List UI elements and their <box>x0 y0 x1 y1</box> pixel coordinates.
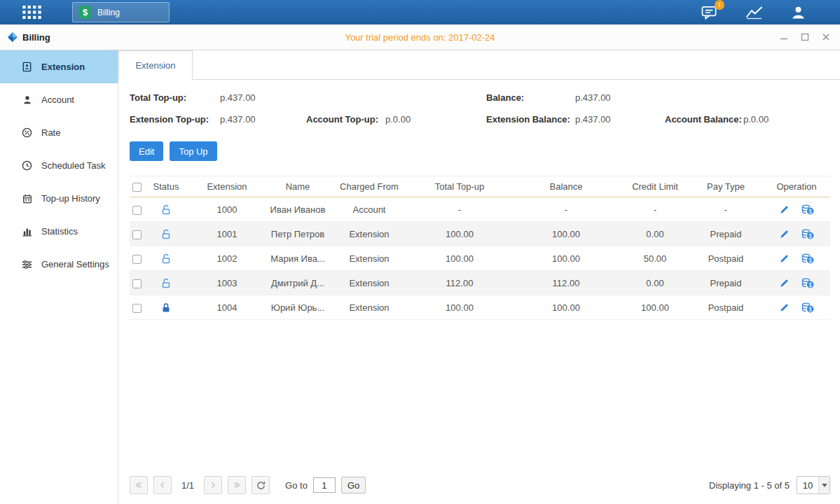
top-up-icon[interactable]: $ <box>801 302 814 313</box>
col-header-balance[interactable]: Balance <box>511 181 621 192</box>
sidebar-item-topup-history[interactable]: Top-up History <box>0 182 118 215</box>
status-locked-icon <box>144 302 188 313</box>
apps-grid-button[interactable] <box>22 6 41 19</box>
first-page-button[interactable] <box>130 476 148 494</box>
cell-total-topup: 100.00 <box>408 302 511 313</box>
top-up-icon[interactable]: $ <box>801 204 814 215</box>
cell-extension: 1003 <box>188 278 266 288</box>
prev-page-button[interactable] <box>153 476 172 494</box>
col-header-total-topup[interactable]: Total Top-up <box>408 181 511 192</box>
status-unlocked-icon <box>144 278 188 288</box>
double-chevron-right-icon <box>233 481 241 489</box>
goto-page-input[interactable] <box>313 477 336 493</box>
page-size-value: 10 <box>797 477 818 493</box>
row-checkbox[interactable] <box>132 255 142 264</box>
sidebar-item-general-settings[interactable]: General Settings <box>0 248 118 281</box>
col-header-credit-limit[interactable]: Credit Limit <box>621 181 689 192</box>
summary-value-extension-topup: p.437.00 <box>220 108 306 130</box>
close-button[interactable] <box>822 33 830 41</box>
next-page-button[interactable] <box>204 476 222 494</box>
last-page-button[interactable] <box>228 476 246 494</box>
go-button[interactable]: Go <box>341 477 366 493</box>
sidebar-item-extension[interactable]: Extension <box>0 50 118 83</box>
summary-label-account-topup: Account Top-up: <box>306 108 385 130</box>
edit-icon[interactable] <box>779 253 790 264</box>
sidebar-item-statistics[interactable]: Statistics <box>0 215 118 248</box>
top-up-icon[interactable]: $ <box>801 278 814 288</box>
summary-label-total-topup: Total Top-up: <box>130 87 220 108</box>
page-indicator: 1/1 <box>181 480 194 491</box>
col-header-charged-from[interactable]: Charged From <box>330 181 408 192</box>
dollar-badge-icon: $ <box>78 6 92 19</box>
refresh-icon <box>256 481 266 490</box>
sidebar-item-account[interactable]: Account <box>0 83 118 116</box>
cell-total-topup: 112.00 <box>408 278 511 288</box>
select-all-checkbox[interactable] <box>132 183 142 192</box>
topbar-tab-billing[interactable]: $ Billing <box>72 2 170 22</box>
minimize-button[interactable] <box>780 33 788 41</box>
cell-pay-type: Prepaid <box>689 278 763 288</box>
sidebar-item-scheduled-task[interactable]: Scheduled Task <box>0 149 118 182</box>
col-header-status[interactable]: Status <box>144 181 188 192</box>
reports-button[interactable] <box>745 6 764 20</box>
window-title: Billing <box>22 32 50 43</box>
app-shell: Extension Account Rate Scheduled Task To… <box>0 50 840 504</box>
summary-panel: Total Top-up: p.437.00 Balance: p.437.00… <box>130 87 830 130</box>
titlebar: Billing Your trial period ends on: 2017-… <box>0 24 840 50</box>
row-checkbox[interactable] <box>132 206 142 215</box>
top-up-button[interactable]: Top Up <box>170 141 216 161</box>
refresh-button[interactable] <box>252 476 270 494</box>
edit-icon[interactable] <box>779 204 790 215</box>
edit-button[interactable]: Edit <box>130 141 163 161</box>
cell-extension: 1001 <box>188 229 266 239</box>
col-header-name[interactable]: Name <box>266 181 330 192</box>
svg-text:$: $ <box>808 256 812 263</box>
pagination-bar: 1/1 Go to Go Displaying 1 - 5 of 5 10 <box>130 470 830 504</box>
cell-balance: - <box>511 204 621 215</box>
table-row: 1003 Дмитрий Д... Extension 112.00 112.0… <box>130 271 830 295</box>
sidebar-item-label: Account <box>41 94 74 105</box>
row-checkbox[interactable] <box>132 279 142 288</box>
sidebar-item-label: Rate <box>41 127 60 138</box>
sidebar-item-label: Top-up History <box>41 193 100 204</box>
col-header-pay-type[interactable]: Pay Type <box>689 181 763 192</box>
table-header-row: Status Extension Name Charged From Total… <box>130 176 830 197</box>
displaying-text: Displaying 1 - 5 of 5 <box>709 480 790 491</box>
col-header-extension[interactable]: Extension <box>188 181 266 192</box>
calendar-icon <box>21 194 33 204</box>
user-button[interactable] <box>790 5 806 20</box>
status-unlocked-icon <box>144 204 188 215</box>
clock-icon <box>21 160 33 171</box>
edit-icon[interactable] <box>779 229 790 239</box>
row-checkbox[interactable] <box>132 230 142 239</box>
cell-pay-type: - <box>689 204 763 215</box>
sidebar-item-rate[interactable]: Rate <box>0 116 118 149</box>
tab-extension[interactable]: Extension <box>118 50 193 80</box>
cell-balance: 112.00 <box>511 278 621 288</box>
main-panel: Extension Total Top-up: p.437.00 Balance… <box>118 50 840 504</box>
window-controls <box>780 33 840 41</box>
topbar-tab-label: Billing <box>97 8 120 18</box>
top-up-icon[interactable]: $ <box>801 229 814 239</box>
sidebar-item-label: Extension <box>41 62 85 72</box>
edit-icon[interactable] <box>779 278 790 288</box>
svg-text:$: $ <box>808 305 812 312</box>
summary-value-account-balance: p.0.00 <box>743 108 830 130</box>
messages-button[interactable]: ! <box>701 5 719 20</box>
top-up-icon[interactable]: $ <box>801 253 814 264</box>
cell-total-topup: 100.00 <box>408 253 511 264</box>
cell-credit-limit: 0.00 <box>621 278 689 288</box>
edit-icon[interactable] <box>779 302 790 313</box>
topbar-right-icons: ! <box>701 5 840 20</box>
cell-charged-from: Extension <box>330 229 408 239</box>
cell-pay-type: Postpaid <box>689 253 763 264</box>
cell-credit-limit: 50.00 <box>621 253 689 264</box>
table-row: 1004 Юрий Юрь... Extension 100.00 100.00… <box>130 295 830 320</box>
cell-credit-limit: - <box>621 204 689 215</box>
summary-label-extension-topup: Extension Top-up: <box>130 108 220 130</box>
page-size-select[interactable]: 10 <box>797 476 830 494</box>
maximize-button[interactable] <box>801 33 809 41</box>
row-checkbox[interactable] <box>132 304 142 313</box>
table-row: 1000 Иван Иванов Account - - - - $ <box>130 197 830 222</box>
summary-label-balance: Balance: <box>486 87 575 108</box>
